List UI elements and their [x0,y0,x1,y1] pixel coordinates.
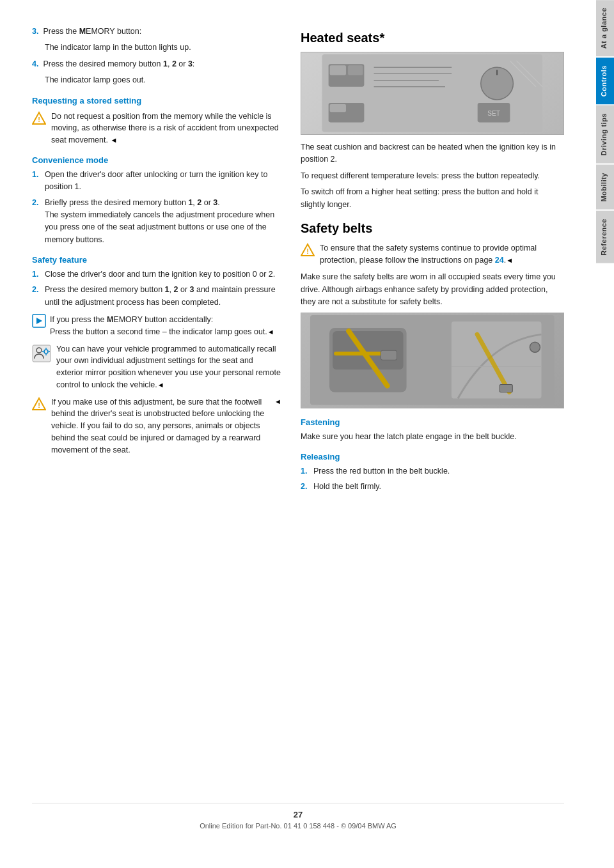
fastening-heading: Fastening [301,417,564,427]
svg-rect-4 [33,345,51,362]
page-footer: 27 Online Edition for Part-No. 01 41 0 1… [32,803,564,830]
svg-rect-16 [348,65,363,75]
step3: 3. Press the MEMORY button: [32,26,281,38]
svg-rect-36 [500,385,512,392]
heated-seats-svg: SET [308,54,557,132]
requesting-warning-text: Do not request a position from the memor… [51,111,281,146]
releasing-step1-text: Press the red button in the belt buckle. [313,467,450,476]
heated-seats-p2: To request different temperature levels:… [301,170,564,182]
memory-m: M [79,27,86,36]
safety-step1-num: 1. [32,268,38,281]
safety-belts-warning-icon: ! [301,243,315,257]
svg-text:SET: SET [487,110,500,117]
safety-step-1: 1. Close the driver's door and turn the … [32,268,281,281]
convenience-step1-num: 1. [32,169,38,181]
sidebar-tab-at-a-glance[interactable]: At a glance [596,0,614,56]
svg-text:!: ! [38,116,40,123]
svg-point-37 [530,342,540,352]
warning-triangle-icon: ! [32,397,46,411]
convenience-steps: 1. Open the driver's door after unlockin… [32,169,281,246]
heated-seats-image-inner: SET [301,52,563,134]
safety-belts-heading: Safety belts [301,221,564,236]
releasing-step1-num: 1. [301,465,307,477]
columns: 3. Press the MEMORY button: The indicato… [32,26,564,790]
footwell-warning-box: ! If you make use of this adjustment, be… [32,396,281,456]
requesting-warning-body: Do not request a position from the memor… [51,112,279,145]
safety-belts-warning-box: ! To ensure that the safety systems cont… [301,242,564,267]
step4-number: 4. [32,59,38,68]
heated-seats-p1: The seat cushion and backrest can be hea… [301,141,564,166]
programmed-note-text: You can have your vehicle programmed to … [56,343,281,391]
requesting-heading: Requesting a stored setting [32,96,281,105]
page-number: 27 [32,810,564,819]
step3-text: EMORY button: [86,27,141,36]
left-column: 3. Press the MEMORY button: The indicato… [32,26,281,790]
convenience-heading: Convenience mode [32,155,281,165]
sidebar-tab-driving-tips[interactable]: Driving tips [596,105,614,164]
footwell-warning-text: If you make use of this adjustment, be s… [51,396,269,456]
svg-text:!: ! [306,247,309,255]
requesting-warning-box: ! Do not request a position from the mem… [32,111,281,146]
online-edition: Online Edition for Part-No. 01 41 0 158 … [32,822,564,830]
heated-seats-p3: To switch off from a higher heat setting… [301,186,564,211]
person-settings-icon [32,345,51,362]
svg-marker-3 [36,318,42,324]
requesting-back: ◄ [110,136,117,144]
convenience-step-1: 1. Open the driver's door after unlockin… [32,169,281,194]
arrow-note-memory: If you press the MEMORY button accidenta… [32,314,281,338]
footwell-back: ◄ [274,396,281,407]
sidebar-tab-controls[interactable]: Controls [596,58,614,104]
svg-rect-15 [330,65,346,75]
step3-sub: The indicator lamp in the button lights … [32,42,281,54]
releasing-step-2: 2. Hold the belt firmly. [301,481,564,493]
svg-text:!: ! [38,401,40,409]
arrow-right-icon [32,314,46,328]
step4-sub: The indicator lamp goes out. [32,74,281,86]
programmed-note-box: You can have your vehicle programmed to … [32,343,281,391]
releasing-step-1: 1. Press the red button in the belt buck… [301,465,564,477]
releasing-step2-text: Hold the belt firmly. [313,482,381,491]
convenience-step2-num: 2. [32,197,38,209]
page-wrapper: 3. Press the MEMORY button: The indicato… [0,0,614,868]
memory-note-text: If you press the MEMORY button accidenta… [50,314,274,338]
safety-feature-heading: Safety feature [32,255,281,265]
safety-steps: 1. Close the driver's door and turn the … [32,268,281,309]
safety-step-2: 2. Press the desired memory button 1, 2 … [32,284,281,309]
sidebar-tab-reference[interactable]: Reference [596,211,614,263]
step3-number: 3. [32,27,38,36]
sidebar: At a glance Controls Driving tips Mobili… [590,0,614,868]
heated-seats-image: SET [301,52,564,135]
svg-rect-34 [381,350,397,360]
heated-seats-heading: Heated seats* [301,31,564,45]
releasing-heading: Releasing [301,452,564,461]
svg-rect-24 [330,104,346,112]
fastening-text: Make sure you hear the latch plate engag… [301,431,564,443]
right-column: Heated seats* [301,26,564,790]
warning-icon: ! [32,111,46,125]
safety-belts-warning-text: To ensure that the safety systems contin… [320,242,564,267]
sidebar-tab-mobility[interactable]: Mobility [596,165,614,210]
safety-belt-image [301,313,564,408]
safety-step2-num: 2. [32,284,38,296]
main-content: 3. Press the MEMORY button: The indicato… [0,0,590,868]
safety-belts-p1: Make sure the safety belts are worn in a… [301,271,564,308]
safety-belt-image-inner [301,313,563,408]
safety-belt-svg [308,315,557,405]
convenience-step-2: 2. Briefly press the desired memory butt… [32,197,281,247]
releasing-step2-num: 2. [301,481,307,493]
releasing-steps: 1. Press the red button in the belt buck… [301,465,564,493]
step4: 4. Press the desired memory button 1, 2 … [32,58,281,70]
